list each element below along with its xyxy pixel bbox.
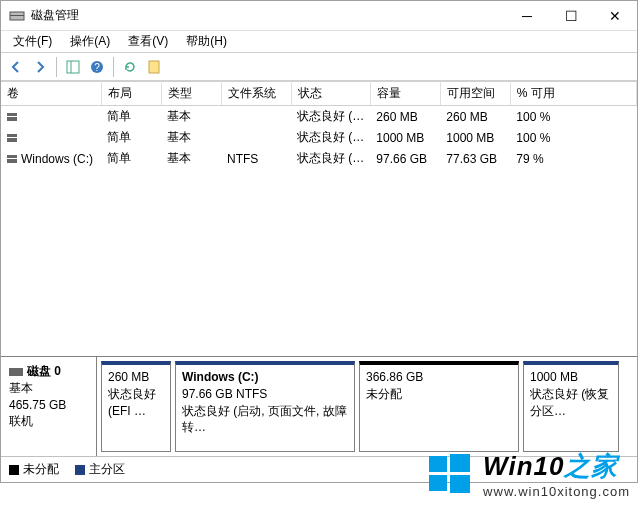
disk-size: 465.75 GB [9,397,88,414]
legend-unalloc: 未分配 [9,461,59,478]
svg-rect-7 [429,456,447,472]
watermark-url: www.win10xitong.com [483,484,630,499]
volume-table-wrap: 卷 布局 类型 文件系统 状态 容量 可用空间 % 可用 简单基本状态良好 (…… [1,81,637,169]
volume-icon [7,113,17,121]
col-type[interactable]: 类型 [161,82,221,106]
disk-graphics: 磁盘 0 基本 465.75 GB 联机 260 MB状态良好 (EFI …Wi… [1,356,637,456]
disk-icon [9,368,23,376]
volume-icon [7,134,17,142]
col-volume[interactable]: 卷 [1,82,101,106]
partition[interactable]: Windows (C:)97.66 GB NTFS状态良好 (启动, 页面文件,… [175,361,355,452]
svg-rect-8 [450,454,470,472]
disk-label: 磁盘 0 [27,364,61,378]
col-pct[interactable]: % 可用 [510,82,636,106]
toolbar-separator [113,57,114,77]
col-free[interactable]: 可用空间 [440,82,510,106]
properties-icon[interactable] [143,56,165,78]
svg-rect-10 [450,475,470,493]
table-header-row: 卷 布局 类型 文件系统 状态 容量 可用空间 % 可用 [1,82,637,106]
watermark: Win10之家 www.win10xitong.com [425,449,630,499]
legend-primary: 主分区 [75,461,125,478]
maximize-button[interactable]: ☐ [549,2,593,30]
refresh-icon[interactable] [119,56,141,78]
menubar: 文件(F) 操作(A) 查看(V) 帮助(H) [1,31,637,53]
svg-text:?: ? [94,62,100,73]
back-icon[interactable] [5,56,27,78]
col-status[interactable]: 状态 [291,82,370,106]
table-row[interactable]: 简单基本状态良好 (…260 MB260 MB100 % [1,106,637,128]
titlebar: 磁盘管理 ─ ☐ ✕ [1,1,637,31]
volume-table: 卷 布局 类型 文件系统 状态 容量 可用空间 % 可用 简单基本状态良好 (…… [1,81,637,169]
console-tree-icon[interactable] [62,56,84,78]
disk-status: 联机 [9,413,88,430]
watermark-brand: Win10之家 [483,449,630,484]
forward-icon[interactable] [29,56,51,78]
menu-help[interactable]: 帮助(H) [178,31,235,52]
disk-header[interactable]: 磁盘 0 基本 465.75 GB 联机 [1,357,97,456]
svg-rect-2 [67,61,79,73]
col-fs[interactable]: 文件系统 [221,82,291,106]
partition[interactable]: 260 MB状态良好 (EFI … [101,361,171,452]
volume-icon [7,155,17,163]
app-icon [9,8,25,24]
table-row[interactable]: 简单基本状态良好 (…1000 MB1000 MB100 % [1,127,637,148]
minimize-button[interactable]: ─ [505,2,549,30]
toolbar-separator [56,57,57,77]
windows-logo-icon [425,450,473,498]
window-controls: ─ ☐ ✕ [505,2,637,30]
help-icon[interactable]: ? [86,56,108,78]
svg-rect-6 [149,61,159,73]
partition[interactable]: 366.86 GB未分配 [359,361,519,452]
toolbar: ? [1,53,637,81]
partitions: 260 MB状态良好 (EFI …Windows (C:)97.66 GB NT… [97,357,637,456]
window-title: 磁盘管理 [31,7,505,24]
menu-action[interactable]: 操作(A) [62,31,118,52]
table-row[interactable]: Windows (C:)简单基本NTFS状态良好 (…97.66 GB77.63… [1,148,637,169]
svg-rect-9 [429,475,447,491]
col-capacity[interactable]: 容量 [370,82,440,106]
close-button[interactable]: ✕ [593,2,637,30]
partition[interactable]: 1000 MB状态良好 (恢复分区… [523,361,619,452]
menu-view[interactable]: 查看(V) [120,31,176,52]
svg-rect-1 [10,15,24,16]
menu-file[interactable]: 文件(F) [5,31,60,52]
col-layout[interactable]: 布局 [101,82,161,106]
spacer [1,169,637,356]
window: 磁盘管理 ─ ☐ ✕ 文件(F) 操作(A) 查看(V) 帮助(H) ? 卷 布… [0,0,638,483]
disk-type: 基本 [9,380,88,397]
